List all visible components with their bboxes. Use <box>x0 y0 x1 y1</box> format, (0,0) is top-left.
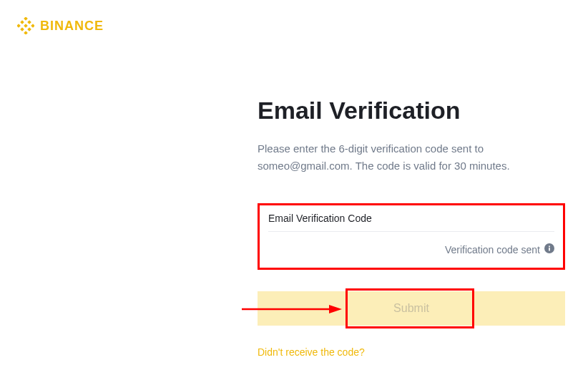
svg-rect-3 <box>31 24 34 28</box>
svg-rect-0 <box>24 17 28 21</box>
code-input-label: Email Verification Code <box>268 213 554 224</box>
svg-rect-4 <box>24 24 28 28</box>
binance-logo-icon <box>17 17 34 34</box>
svg-rect-10 <box>549 248 550 250</box>
resend-code-link[interactable]: Didn't receive the code? <box>258 346 365 358</box>
submit-button[interactable]: Submit <box>258 291 565 326</box>
brand-logo[interactable]: BINANCE <box>17 17 104 34</box>
instruction-text: Please enter the 6-digit verification co… <box>258 140 565 175</box>
svg-rect-11 <box>549 246 550 248</box>
brand-name: BINANCE <box>40 19 104 34</box>
page-title: Email Verification <box>258 97 565 125</box>
svg-rect-8 <box>27 27 31 31</box>
svg-rect-6 <box>27 20 31 24</box>
svg-rect-2 <box>17 24 21 28</box>
code-input-status-row: Verification code sent <box>268 231 554 256</box>
submit-row: Submit <box>258 291 565 326</box>
info-icon <box>544 243 554 256</box>
verification-panel: Email Verification Please enter the 6-di… <box>258 97 565 359</box>
verification-code-field[interactable]: Email Verification Code Verification cod… <box>258 203 565 270</box>
svg-rect-5 <box>20 20 24 24</box>
code-sent-status: Verification code sent <box>445 244 540 255</box>
svg-rect-7 <box>20 27 24 31</box>
svg-rect-1 <box>24 31 28 34</box>
